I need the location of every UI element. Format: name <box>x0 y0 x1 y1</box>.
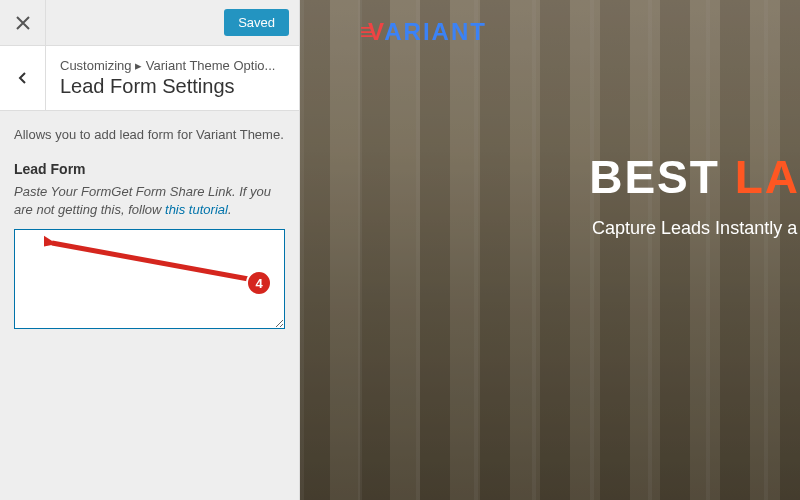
back-button[interactable] <box>0 46 46 110</box>
saved-button[interactable]: Saved <box>224 9 289 36</box>
chevron-left-icon <box>16 71 30 85</box>
panel-description: Allows you to add lead form for Variant … <box>14 125 285 145</box>
customizer-sidebar: Saved Customizing ▸ Variant Theme Optio.… <box>0 0 300 500</box>
hero-subtitle: Capture Leads Instantly a <box>589 218 800 239</box>
hero-title: BEST LA <box>589 150 800 204</box>
logo-text: ARIANT <box>384 18 487 45</box>
close-icon <box>16 16 30 30</box>
tutorial-link[interactable]: this tutorial <box>165 202 228 217</box>
close-button[interactable] <box>0 0 46 46</box>
panel-header: Customizing ▸ Variant Theme Optio... Lea… <box>0 46 299 111</box>
panel-title: Lead Form Settings <box>60 75 285 98</box>
breadcrumb-section: Variant Theme Optio... <box>146 58 276 73</box>
panel-body: Allows you to add lead form for Variant … <box>0 111 299 346</box>
breadcrumb-root: Customizing <box>60 58 132 73</box>
hero-section: BEST LA Capture Leads Instantly a <box>589 150 800 239</box>
site-logo: ≡VARIANT <box>360 18 487 46</box>
breadcrumb-separator: ▸ <box>135 58 142 73</box>
preview-pane: ≡VARIANT BEST LA Capture Leads Instantly… <box>300 0 800 500</box>
lead-form-textarea[interactable] <box>14 229 285 329</box>
breadcrumb: Customizing ▸ Variant Theme Optio... <box>60 58 285 73</box>
topbar: Saved <box>0 0 299 46</box>
hint-text: Paste Your FormGet Form Share Link. If y… <box>14 183 285 219</box>
section-label: Lead Form <box>14 161 285 177</box>
